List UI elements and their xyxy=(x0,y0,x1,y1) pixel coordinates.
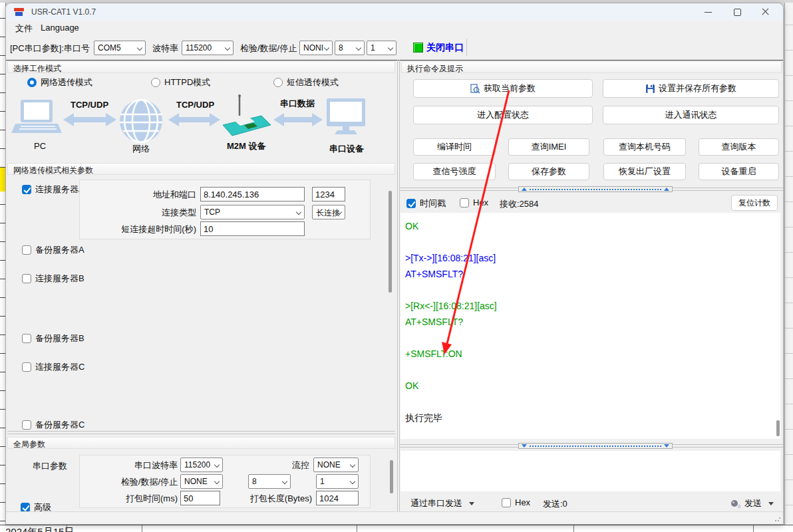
parity-label: 检验/数据/停止 xyxy=(240,43,297,55)
menu-bar: 文件 Language xyxy=(6,21,783,35)
log-line: AT+SMSFLT? xyxy=(405,314,780,330)
menu-language[interactable]: Language xyxy=(41,23,79,33)
recv-count: 接收:2584 xyxy=(500,198,539,210)
checkbox-advanced[interactable]: 高级 xyxy=(21,501,51,512)
server-address-input[interactable] xyxy=(200,187,305,201)
exec-header: 执行命令及提示 xyxy=(401,61,782,73)
work-mode-header: 选择工作模式 xyxy=(7,61,395,73)
conn-mode-select[interactable]: 长连接 xyxy=(312,205,345,219)
device-restart-button[interactable]: 设备重启 xyxy=(699,163,779,180)
g-parity-select[interactable]: NONE xyxy=(180,474,223,489)
maximize-button[interactable] xyxy=(723,3,752,21)
radio-sms-transparent[interactable]: 短信透传模式 xyxy=(273,76,339,88)
radio-httpd[interactable]: HTTPD模式 xyxy=(151,76,210,88)
baud-select[interactable]: 115200 xyxy=(182,41,234,55)
g-databits-select[interactable]: 8 xyxy=(248,474,291,489)
reset-count-button[interactable]: 复位计数 xyxy=(731,195,778,211)
factory-reset-button[interactable]: 恢复出厂设置 xyxy=(603,163,686,180)
checkbox-checked-icon xyxy=(22,185,31,194)
server-port-input[interactable] xyxy=(312,187,345,201)
collapse-down-icon xyxy=(522,444,527,448)
checkbox-backup-a[interactable]: 备份服务器A xyxy=(22,244,84,256)
compile-time-button[interactable]: 编译时间 xyxy=(413,138,496,156)
menu-file[interactable]: 文件 xyxy=(15,23,33,35)
log-line: AT+SMSFLT? xyxy=(405,266,780,282)
enter-comm-button[interactable]: 进入通讯状态 xyxy=(603,106,779,124)
addr-label: 地址和端口 xyxy=(86,189,196,201)
checkbox-server-a[interactable]: 连接服务器A xyxy=(22,184,84,196)
svg-text:M2M 设备: M2M 设备 xyxy=(227,141,267,151)
close-button[interactable] xyxy=(751,3,780,21)
query-version-button[interactable]: 查询版本 xyxy=(699,138,779,156)
log-output[interactable]: OK >[Tx->][16:08:21][asc] AT+SMSFLT? >[R… xyxy=(400,213,780,439)
query-imei-button[interactable]: 查询IMEI xyxy=(508,138,589,156)
checkbox-hex-recv[interactable]: Hex xyxy=(460,198,488,207)
checkbox-icon xyxy=(22,420,31,430)
checkbox-icon xyxy=(502,498,511,507)
checkbox-server-b[interactable]: 连接服务器B xyxy=(22,273,84,285)
send-button[interactable]: 发送 xyxy=(730,497,774,509)
radio-net-transparent[interactable]: 网络透传模式 xyxy=(27,76,92,88)
net-params-header: 网络透传模式相关参数 xyxy=(7,163,395,175)
log-splitter-handle[interactable] xyxy=(518,186,673,192)
pack-time-label: 打包时间(ms) xyxy=(92,493,178,505)
status-bar xyxy=(6,511,783,524)
background-date: 2024年5月15日 xyxy=(5,526,74,532)
get-params-button[interactable]: 获取当前参数 xyxy=(413,79,593,98)
pack-time-input[interactable] xyxy=(180,491,220,505)
title-bar: USR-CAT1 V1.0.7 xyxy=(6,3,783,21)
log-scrollbar-thumb[interactable] xyxy=(776,420,780,436)
com-port-select[interactable]: COM5 xyxy=(94,41,146,55)
conn-type-select[interactable]: TCP xyxy=(200,205,305,219)
send-splitter-handle[interactable] xyxy=(518,443,673,449)
stopbits-select[interactable]: 1 xyxy=(367,41,397,55)
send-input-area[interactable] xyxy=(400,451,780,491)
checkbox-icon xyxy=(22,274,31,283)
checkbox-backup-c[interactable]: 备份服务器C xyxy=(22,419,84,431)
svg-text:PC: PC xyxy=(34,141,46,151)
background-right-strip xyxy=(784,0,793,532)
checkbox-icon xyxy=(22,362,31,372)
query-number-button[interactable]: 查询本机号码 xyxy=(603,138,686,156)
minimize-button[interactable] xyxy=(694,3,723,21)
send-via-dropdown[interactable]: 通过串口发送 xyxy=(410,497,474,509)
left-h-splitter[interactable] xyxy=(7,434,395,434)
flow-select[interactable]: NONE xyxy=(313,458,359,472)
background-yellow-cell xyxy=(0,168,5,192)
checkbox-timestamp[interactable]: 时间戳 xyxy=(406,198,446,209)
arrow-left xyxy=(63,113,116,126)
g-stopbits-select[interactable]: 1 xyxy=(316,474,359,489)
timeout-input[interactable] xyxy=(200,221,305,236)
close-port-button[interactable]: 关闭串口 xyxy=(426,42,464,54)
save-params-button[interactable]: 保存参数 xyxy=(508,163,589,180)
log-line: OK xyxy=(405,218,780,234)
log-line: +SMSFLT:ON xyxy=(405,346,780,362)
query-signal-button[interactable]: 查信号强度 xyxy=(413,163,496,180)
serial-device-icon xyxy=(327,98,365,134)
collapse-down-icon xyxy=(664,444,669,448)
chevron-down-icon xyxy=(469,502,474,505)
checkbox-hex-send[interactable]: Hex xyxy=(502,497,530,507)
checkbox-backup-b[interactable]: 备份服务器B xyxy=(22,332,84,344)
checkbox-icon xyxy=(22,334,31,343)
databits-select[interactable]: 8 xyxy=(335,41,365,55)
checkbox-server-c[interactable]: 连接服务器C xyxy=(22,361,84,373)
resize-grip[interactable] xyxy=(774,515,781,522)
baud-label: 波特率 xyxy=(152,43,178,55)
svg-text:TCP/UDP: TCP/UDP xyxy=(71,100,108,110)
left-scrollbar-thumb[interactable] xyxy=(389,191,392,293)
send-horn-icon xyxy=(730,499,740,509)
port-open-led xyxy=(413,43,423,53)
search-doc-icon xyxy=(470,84,480,94)
enter-config-button[interactable]: 进入配置状态 xyxy=(413,106,593,124)
global-scrollbar-thumb[interactable] xyxy=(390,460,393,493)
send-count: 发送:0 xyxy=(543,498,567,510)
pack-len-input[interactable] xyxy=(316,491,359,505)
set-save-all-button[interactable]: 设置并保存所有参数 xyxy=(603,79,779,98)
radio-icon xyxy=(151,78,160,87)
window-title: USR-CAT1 V1.0.7 xyxy=(31,7,96,17)
parity-select[interactable]: NONI xyxy=(299,41,333,55)
window-body: 选择工作模式 网络透传模式 HTTPD模式 短信透传模式 xyxy=(6,60,783,512)
m2m-device-icon xyxy=(223,94,271,136)
g-baud-select[interactable]: 115200 xyxy=(180,458,223,472)
